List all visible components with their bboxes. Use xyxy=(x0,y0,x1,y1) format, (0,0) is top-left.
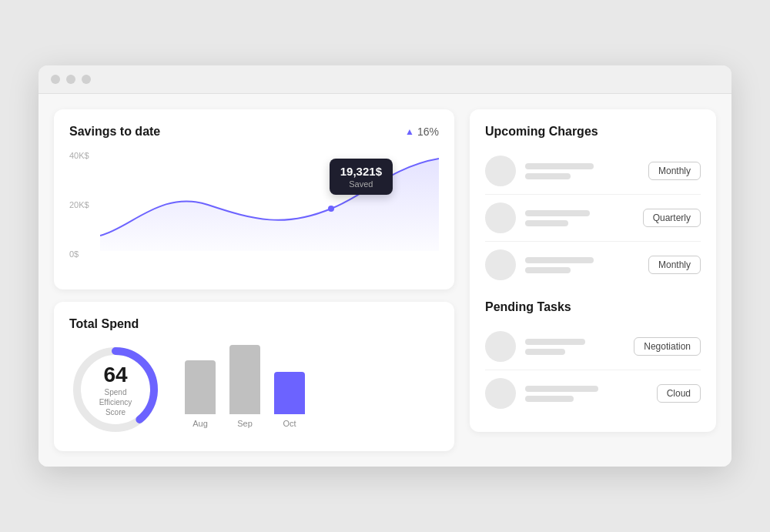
charge-badge-1[interactable]: Monthly xyxy=(648,162,701,180)
pending-tasks-title: Pending Tasks xyxy=(485,300,701,314)
savings-chart-area: 40K$ 20K$ 0$ xyxy=(69,151,439,274)
spend-title: Total Spend xyxy=(69,317,439,331)
task-line-2b xyxy=(525,396,574,402)
bar-oct-label: Oct xyxy=(283,419,296,428)
y-label-mid: 20K$ xyxy=(69,200,89,209)
charge-badge-3[interactable]: Monthly xyxy=(648,256,701,274)
task-line-1a xyxy=(525,339,585,345)
savings-header: Savings to date ▲ 16% xyxy=(69,125,439,139)
upcoming-charges-section: Upcoming Charges Monthly xyxy=(485,125,701,288)
savings-title: Savings to date xyxy=(69,125,160,139)
upcoming-charges-title: Upcoming Charges xyxy=(485,125,701,139)
line-1b xyxy=(525,173,571,179)
task-line-1b xyxy=(525,349,565,355)
y-label-bot: 0$ xyxy=(69,249,89,259)
y-label-top: 40K$ xyxy=(69,151,89,160)
savings-tooltip: 19,321$ Saved xyxy=(330,159,393,195)
task-avatar-2 xyxy=(485,378,516,409)
line-1a xyxy=(525,163,594,169)
charge-lines-3 xyxy=(525,257,639,273)
task-item-1: Negotiation xyxy=(485,323,701,370)
tooltip-label: Saved xyxy=(340,179,382,189)
savings-percent: ▲ 16% xyxy=(405,125,439,138)
titlebar xyxy=(38,65,732,94)
charge-badge-2[interactable]: Quarterly xyxy=(643,209,701,227)
pending-tasks-section: Pending Tasks Negotiation xyxy=(485,300,701,417)
task-line-2a xyxy=(525,386,598,392)
bar-aug: Aug xyxy=(185,360,216,428)
total-spend-card: Total Spend 64 Spend EfficiencyScore xyxy=(54,302,454,451)
right-panel: Upcoming Charges Monthly xyxy=(470,109,716,451)
app-window: Savings to date ▲ 16% 40K$ 20K$ 0$ xyxy=(38,65,732,467)
charge-item-2: Quarterly xyxy=(485,195,701,242)
window-dot-2 xyxy=(66,75,75,84)
bar-oct-rect xyxy=(274,372,305,414)
line-3a xyxy=(525,257,594,263)
task-avatar-1 xyxy=(485,331,516,362)
line-2b xyxy=(525,220,568,226)
task-lines-1 xyxy=(525,339,624,355)
donut-score: 64 xyxy=(92,363,139,387)
charge-lines-2 xyxy=(525,210,634,226)
bar-oct: Oct xyxy=(274,372,305,428)
y-axis-labels: 40K$ 20K$ 0$ xyxy=(69,151,89,259)
spend-content: 64 Spend EfficiencyScore Aug Sep xyxy=(69,343,439,436)
charge-item-3: Monthly xyxy=(485,242,701,288)
window-dot-3 xyxy=(82,75,91,84)
donut-chart: 64 Spend EfficiencyScore xyxy=(69,343,162,436)
arrow-up-icon: ▲ xyxy=(405,126,414,137)
line-3b xyxy=(525,267,571,273)
task-lines-2 xyxy=(525,386,648,402)
savings-card: Savings to date ▲ 16% 40K$ 20K$ 0$ xyxy=(54,109,454,289)
svg-point-0 xyxy=(328,206,334,212)
bar-sep-label: Sep xyxy=(237,419,253,428)
main-content: Savings to date ▲ 16% 40K$ 20K$ 0$ xyxy=(38,94,732,467)
task-item-2: Cloud xyxy=(485,370,701,417)
tooltip-amount: 19,321$ xyxy=(340,165,382,178)
bar-aug-label: Aug xyxy=(192,419,208,428)
task-badge-1[interactable]: Negotiation xyxy=(634,337,701,356)
donut-center: 64 Spend EfficiencyScore xyxy=(92,363,139,417)
bar-sep: Sep xyxy=(229,345,260,428)
window-dot-1 xyxy=(51,75,60,84)
task-badge-2[interactable]: Cloud xyxy=(657,384,701,403)
right-sections-card: Upcoming Charges Monthly xyxy=(470,109,716,432)
bar-chart: Aug Sep Oct xyxy=(185,351,439,428)
left-panel: Savings to date ▲ 16% 40K$ 20K$ 0$ xyxy=(54,109,454,451)
charge-item-1: Monthly xyxy=(485,148,701,195)
avatar-3 xyxy=(485,249,516,280)
line-2a xyxy=(525,210,590,216)
bar-sep-rect xyxy=(229,345,260,414)
donut-label: Spend EfficiencyScore xyxy=(92,387,139,417)
charge-lines-1 xyxy=(525,163,639,179)
avatar-2 xyxy=(485,202,516,233)
avatar-1 xyxy=(485,156,516,186)
bar-aug-rect xyxy=(185,360,216,414)
